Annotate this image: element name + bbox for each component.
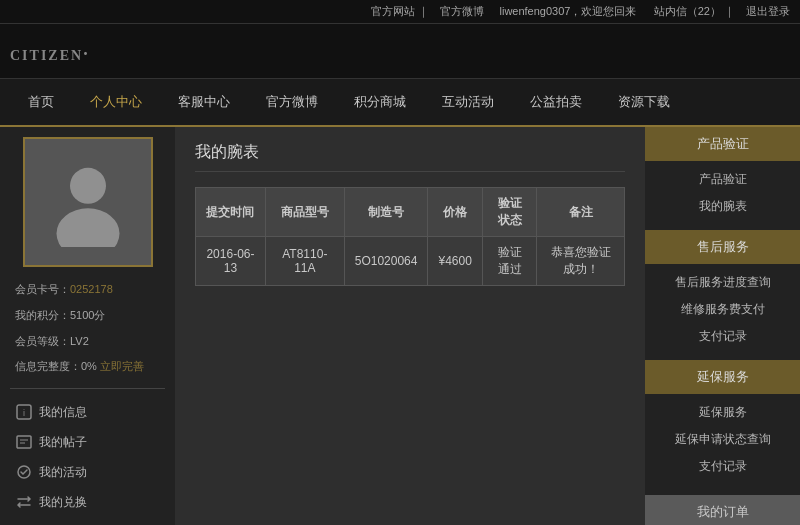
member-level: 会员等级：LV2 [10,329,165,355]
col-remark: 备注 [537,188,625,237]
internal-msg-link[interactable]: 站内信（22） [654,5,721,17]
col-price: 价格 [428,188,482,237]
sidebar-item-exchange[interactable]: 我的兑换 [10,487,165,517]
nav-home[interactable]: 首页 [10,79,72,125]
content-area: 我的腕表 提交时间 商品型号 制造号 价格 验证状态 备注 2016-06-13… [175,127,645,525]
right-item-my-watch[interactable]: 我的腕表 [645,193,800,220]
info-icon: i [15,403,33,421]
activity-icon [15,463,33,481]
section-header-verify: 产品验证 [645,127,800,161]
exchange-icon [15,493,33,511]
cell-price: ¥4600 [428,237,482,286]
separator1: ｜ [418,5,429,17]
member-complete: 信息完整度：0% 立即完善 [10,354,165,380]
col-status: 验证状态 [482,188,536,237]
svg-text:i: i [23,408,25,418]
info-label: 我的信息 [39,404,87,421]
posts-label: 我的帖子 [39,434,87,451]
right-item-aftersale-progress[interactable]: 售后服务进度查询 [645,269,800,296]
sidebar-divider [10,388,165,389]
nav-weibo[interactable]: 官方微博 [248,79,336,125]
sidebar-item-posts[interactable]: 我的帖子 [10,427,165,457]
nav: 首页 个人中心 客服中心 官方微博 积分商城 互动活动 公益拍卖 资源下载 [0,79,800,127]
official-site-link[interactable]: 官方网站 [371,5,415,17]
sidebar-item-info[interactable]: i 我的信息 [10,397,165,427]
avatar-silhouette [43,157,133,247]
section-gap-3 [645,480,800,490]
cell-remark: 恭喜您验证成功！ [537,237,625,286]
cell-model: AT8110-11A [265,237,344,286]
avatar [23,137,153,267]
my-order-button[interactable]: 我的订单 [645,495,800,525]
table-row: 2016-06-13 AT8110-11A 5O1020064 ¥4600 验证… [196,237,625,286]
right-item-payment-record-2[interactable]: 支付记录 [645,453,800,480]
sidebar-item-activity[interactable]: 我的活动 [10,457,165,487]
header: CITIZEN· [0,24,800,79]
page-title: 我的腕表 [195,142,625,172]
nav-download[interactable]: 资源下载 [600,79,688,125]
separator2: ｜ [724,5,735,17]
logout-link[interactable]: 退出登录 [746,5,790,17]
nav-points[interactable]: 积分商城 [336,79,424,125]
nav-auction[interactable]: 公益拍卖 [512,79,600,125]
right-item-warranty[interactable]: 延保服务 [645,399,800,426]
col-serial: 制造号 [344,188,428,237]
cell-date: 2016-06-13 [196,237,266,286]
sidebar-item-mail[interactable]: 我的站内信 [10,517,165,525]
section-header-warranty: 延保服务 [645,360,800,394]
right-item-payment-record-1[interactable]: 支付记录 [645,323,800,350]
nav-profile[interactable]: 个人中心 [72,79,160,125]
top-bar: 官方网站 ｜ 官方微博 liwenfeng0307，欢迎您回来 站内信（22） … [0,0,800,24]
watch-table: 提交时间 商品型号 制造号 价格 验证状态 备注 2016-06-13 AT81… [195,187,625,286]
right-item-warranty-status[interactable]: 延保申请状态查询 [645,426,800,453]
nav-service[interactable]: 客服中心 [160,79,248,125]
section-gap-1 [645,220,800,230]
complete-profile-link[interactable]: 立即完善 [100,360,144,372]
cell-status: 验证通过 [482,237,536,286]
sidebar-right: 产品验证 产品验证 我的腕表 售后服务 售后服务进度查询 维修服务费支付 支付记… [645,127,800,525]
user-greeting: liwenfeng0307，欢迎您回来 [500,5,637,17]
exchange-label: 我的兑换 [39,494,87,511]
section-gap-2 [645,350,800,360]
card-no-link[interactable]: 0252178 [70,283,113,295]
main: 会员卡号：0252178 我的积分：5100分 会员等级：LV2 信息完整度：0… [0,127,800,525]
member-points: 我的积分：5100分 [10,303,165,329]
logo: CITIZEN· [10,35,90,67]
section-header-aftersale: 售后服务 [645,230,800,264]
svg-rect-4 [17,436,31,448]
right-item-repair-payment[interactable]: 维修服务费支付 [645,296,800,323]
svg-point-1 [56,208,119,247]
cell-serial: 5O1020064 [344,237,428,286]
col-date: 提交时间 [196,188,266,237]
official-weibo-link[interactable]: 官方微博 [440,5,484,17]
member-card: 会员卡号：0252178 [10,277,165,303]
post-icon [15,433,33,451]
col-model: 商品型号 [265,188,344,237]
sidebar-left: 会员卡号：0252178 我的积分：5100分 会员等级：LV2 信息完整度：0… [0,127,175,525]
nav-activity[interactable]: 互动活动 [424,79,512,125]
svg-point-0 [70,168,106,204]
activity-label: 我的活动 [39,464,87,481]
right-item-verify[interactable]: 产品验证 [645,166,800,193]
